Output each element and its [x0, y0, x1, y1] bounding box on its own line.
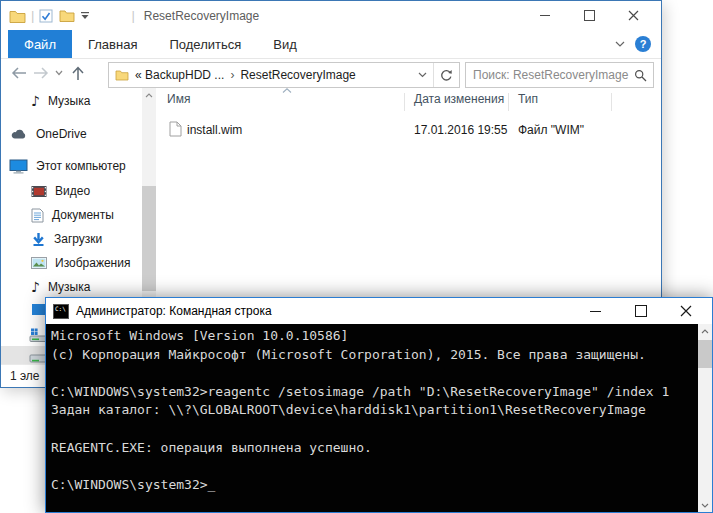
- tab-file[interactable]: Файл: [8, 30, 72, 58]
- maximize-button[interactable]: [567, 1, 611, 30]
- sidebar-item-downloads[interactable]: Загрузки: [31, 228, 102, 250]
- close-icon: [680, 305, 692, 317]
- sidebar-item-pictures[interactable]: Изображения: [31, 252, 130, 274]
- sidebar-item-documents[interactable]: Документы: [31, 204, 114, 226]
- sidebar-item-onedrive[interactable]: OneDrive: [10, 123, 87, 145]
- help-icon[interactable]: ?: [635, 36, 651, 52]
- cmd-titlebar: C:\ Администратор: Командная строка: [46, 298, 712, 324]
- breadcrumb-root[interactable]: « BackupHDD ...: [135, 68, 224, 82]
- console-scrollbar[interactable]: [698, 324, 712, 512]
- close-button[interactable]: [611, 1, 655, 30]
- file-name: install.wim: [187, 123, 242, 137]
- sidebar-item-music[interactable]: ♪ Музыка: [31, 90, 90, 112]
- address-bar[interactable]: « BackupHDD ... › ResetRecoveryImage: [108, 62, 460, 88]
- cloud-icon: [10, 128, 28, 140]
- sort-ascending-icon: [282, 88, 292, 93]
- cmd-window: C:\ Администратор: Командная строка Micr…: [45, 297, 713, 513]
- address-folder-icon: [115, 69, 129, 81]
- scroll-up-icon[interactable]: [698, 324, 712, 338]
- search-input[interactable]: Поиск: ResetRecoveryImage: [465, 62, 654, 88]
- sidebar-scrollbar-thumb[interactable]: [142, 186, 156, 291]
- address-dropdown-icon[interactable]: [418, 72, 427, 78]
- cmd-window-title: Администратор: Командная строка: [76, 304, 272, 318]
- cmd-close-button[interactable]: [663, 298, 708, 324]
- column-header-modified[interactable]: Дата изменения: [414, 92, 504, 106]
- item-count: 1 эле: [10, 369, 40, 383]
- console-line: [51, 420, 698, 439]
- file-modified: 17.01.2016 19:55: [414, 123, 507, 137]
- tab-home[interactable]: Главная: [72, 30, 153, 58]
- back-icon[interactable]: [11, 66, 27, 80]
- qat-customize-icon[interactable]: [81, 12, 89, 20]
- tab-view[interactable]: Вид: [257, 30, 313, 58]
- console-line: (c) Корпорация Майкрософт (Microsoft Cor…: [51, 346, 698, 365]
- ribbon: Файл Главная Поделиться Вид ?: [1, 30, 661, 59]
- console-output: Microsoft Windows [Version 10.0.10586] (…: [46, 324, 698, 512]
- search-icon[interactable]: [634, 69, 647, 82]
- recent-locations-icon[interactable]: [55, 70, 63, 76]
- download-arrow-icon: [31, 232, 46, 247]
- console-line: Задан каталог: \\?\GLOBALROOT\device\har…: [51, 401, 698, 420]
- close-icon: [628, 10, 639, 21]
- column-header-type[interactable]: Тип: [518, 92, 538, 106]
- console-prompt-line: C:\WINDOWS\system32>_: [51, 476, 698, 495]
- search-placeholder: Поиск: ResetRecoveryImage: [473, 68, 628, 82]
- console-line: [51, 457, 698, 476]
- console-line: Microsoft Windows [Version 10.0.10586]: [51, 327, 698, 346]
- folder-icon: [9, 9, 26, 23]
- cmd-minimize-button[interactable]: [573, 298, 618, 324]
- scroll-down-icon[interactable]: [698, 498, 712, 512]
- properties-check-icon[interactable]: [39, 9, 53, 23]
- file-row-install-wim[interactable]: install.wim 17.01.2016 19:55 Файл "WIM": [158, 119, 661, 141]
- maximize-icon: [635, 305, 647, 317]
- console-line: REAGENTC.EXE: операция выполнена успешно…: [51, 439, 698, 458]
- console-line: [51, 364, 698, 383]
- sidebar-item-this-pc[interactable]: Этот компьютер: [9, 155, 126, 177]
- console-line: C:\WINDOWS\system32>reagentc /setosimage…: [51, 383, 698, 402]
- explorer-titlebar: | | ResetRecoveryImage: [1, 1, 661, 30]
- minimize-icon: [590, 311, 601, 312]
- tab-share[interactable]: Поделиться: [153, 30, 257, 58]
- maximize-icon: [584, 10, 595, 21]
- window-title: ResetRecoveryImage: [144, 9, 259, 23]
- forward-icon[interactable]: [33, 66, 49, 80]
- music-note-icon: ♪: [31, 93, 40, 109]
- file-icon: [169, 121, 182, 137]
- document-icon: [31, 208, 44, 223]
- console-prompt: C:\WINDOWS\system32>: [51, 477, 208, 492]
- up-icon[interactable]: [71, 66, 85, 81]
- column-separator[interactable]: [611, 93, 612, 111]
- quick-access-toolbar: [39, 9, 89, 23]
- music-note-icon: ♪: [31, 279, 40, 295]
- file-type: Файл "WIM": [518, 123, 584, 137]
- minimize-button[interactable]: [523, 1, 567, 30]
- minimize-icon: [540, 15, 550, 16]
- sidebar-item-music-2[interactable]: ♪ Музыка: [31, 276, 90, 298]
- breadcrumb-separator: ›: [230, 68, 234, 82]
- new-folder-icon[interactable]: [59, 9, 75, 22]
- breadcrumb-current[interactable]: ResetRecoveryImage: [240, 68, 355, 82]
- scroll-up-icon[interactable]: [142, 88, 156, 102]
- picture-icon: [31, 257, 47, 269]
- cmd-icon: C:\: [53, 304, 69, 319]
- titlebar-separator: |: [131, 8, 134, 23]
- computer-icon: [9, 159, 28, 174]
- console-cursor: _: [208, 477, 216, 492]
- navigation-bar: « BackupHDD ... › ResetRecoveryImage Пои…: [1, 59, 661, 90]
- address-divider: [433, 63, 434, 87]
- sidebar-item-videos[interactable]: Видео: [31, 180, 90, 202]
- ribbon-expand-icon[interactable]: [615, 41, 625, 47]
- titlebar-separator: |: [31, 8, 34, 23]
- console-scrollbar-thumb[interactable]: [698, 340, 712, 368]
- cmd-maximize-button[interactable]: [618, 298, 663, 324]
- film-icon: [31, 185, 47, 198]
- column-separator[interactable]: [508, 93, 509, 111]
- refresh-icon[interactable]: [440, 69, 453, 82]
- column-separator[interactable]: [404, 93, 405, 111]
- column-header-name[interactable]: Имя: [167, 92, 190, 106]
